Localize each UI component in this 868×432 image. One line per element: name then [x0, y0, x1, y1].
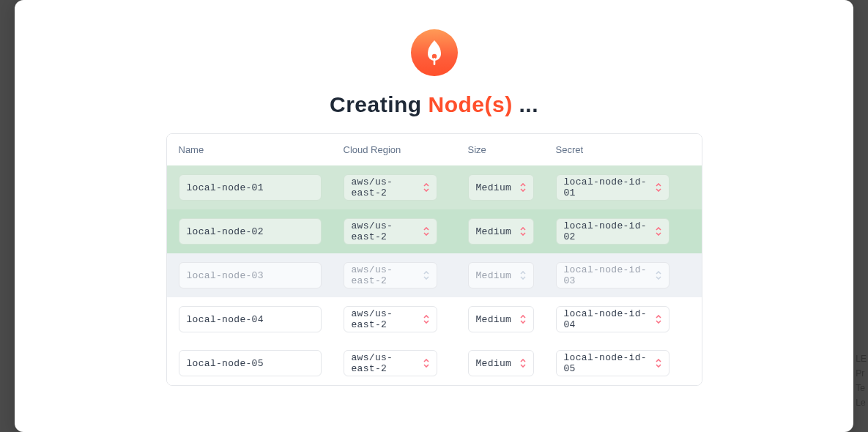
cloud-region-value: aws/us-east-2 [352, 220, 419, 242]
node-name-input[interactable]: local-node-03 [179, 262, 322, 288]
node-name-input[interactable]: local-node-01 [179, 174, 322, 201]
select-chevrons-icon [520, 183, 526, 192]
table-row: local-node-02aws/us-east-2Mediumlocal-no… [167, 209, 702, 253]
select-chevrons-icon [423, 183, 429, 192]
heading-prefix: Creating [330, 92, 429, 116]
cloud-region-value: aws/us-east-2 [352, 308, 419, 330]
select-chevrons-icon [656, 315, 661, 324]
cloud-region-select[interactable]: aws/us-east-2 [344, 306, 437, 332]
select-chevrons-icon [656, 227, 661, 236]
select-chevrons-icon [656, 359, 661, 368]
heading-accent: Node(s) [429, 92, 513, 116]
background-page-text: LE Pr Te Le [856, 351, 868, 410]
cloud-region-select[interactable]: aws/us-east-2 [344, 262, 437, 288]
size-value: Medium [476, 182, 512, 193]
size-value: Medium [476, 314, 512, 325]
cloud-region-value: aws/us-east-2 [352, 352, 419, 374]
secret-select[interactable]: local-node-id-03 [556, 262, 669, 288]
size-select[interactable]: Medium [468, 218, 534, 245]
modal-heading: Creating Node(s) ... [330, 92, 538, 117]
cloud-region-select[interactable]: aws/us-east-2 [344, 174, 437, 201]
node-name-input[interactable]: local-node-04 [179, 306, 322, 332]
select-chevrons-icon [423, 271, 429, 280]
select-chevrons-icon [423, 227, 429, 236]
cloud-region-select[interactable]: aws/us-east-2 [344, 218, 437, 245]
select-chevrons-icon [520, 315, 526, 324]
table-row: local-node-04aws/us-east-2Mediumlocal-no… [167, 297, 702, 341]
nodes-table: Name Cloud Region Size Secret local-node… [166, 133, 702, 386]
cloud-region-select[interactable]: aws/us-east-2 [344, 350, 437, 376]
node-name-input[interactable]: local-node-02 [179, 218, 322, 245]
table-body: local-node-01aws/us-east-2Mediumlocal-no… [167, 165, 702, 385]
size-select[interactable]: Medium [468, 174, 534, 201]
secret-select[interactable]: local-node-id-01 [556, 174, 669, 201]
size-value: Medium [476, 270, 512, 281]
secret-select[interactable]: local-node-id-02 [556, 218, 669, 245]
cloud-region-value: aws/us-east-2 [352, 264, 419, 286]
svg-rect-1 [433, 58, 435, 65]
secret-select[interactable]: local-node-id-04 [556, 306, 669, 332]
select-chevrons-icon [520, 359, 526, 368]
secret-value: local-node-id-05 [564, 352, 651, 374]
create-nodes-modal: Creating Node(s) ... Name Cloud Region S… [15, 0, 853, 432]
column-header-secret: Secret [553, 144, 689, 155]
table-row: local-node-03aws/us-east-2Mediumlocal-no… [167, 253, 702, 297]
node-name-value: local-node-05 [187, 358, 264, 369]
select-chevrons-icon [423, 315, 429, 324]
select-chevrons-icon [423, 359, 429, 368]
size-value: Medium [476, 358, 512, 369]
table-header: Name Cloud Region Size Secret [167, 134, 702, 165]
secret-value: local-node-id-01 [564, 176, 651, 198]
node-name-value: local-node-01 [187, 182, 264, 193]
heading-suffix: ... [513, 92, 538, 116]
node-name-value: local-node-03 [187, 270, 264, 281]
table-row: local-node-01aws/us-east-2Mediumlocal-no… [167, 165, 702, 209]
size-select[interactable]: Medium [468, 262, 534, 288]
app-logo [411, 29, 458, 76]
column-header-region: Cloud Region [341, 144, 465, 155]
table-row: local-node-05aws/us-east-2Mediumlocal-no… [167, 341, 702, 385]
secret-value: local-node-id-03 [564, 264, 651, 286]
node-name-value: local-node-04 [187, 314, 264, 325]
select-chevrons-icon [520, 227, 526, 236]
select-chevrons-icon [656, 271, 661, 280]
select-chevrons-icon [520, 271, 526, 280]
select-chevrons-icon [656, 183, 661, 192]
secret-select[interactable]: local-node-id-05 [556, 350, 669, 376]
size-select[interactable]: Medium [468, 350, 534, 376]
column-header-name: Name [176, 144, 341, 155]
size-value: Medium [476, 226, 512, 237]
node-name-value: local-node-02 [187, 226, 264, 237]
secret-value: local-node-id-02 [564, 220, 651, 242]
column-header-size: Size [465, 144, 553, 155]
node-name-input[interactable]: local-node-05 [179, 350, 322, 376]
secret-value: local-node-id-04 [564, 308, 651, 330]
size-select[interactable]: Medium [468, 306, 534, 332]
cloud-region-value: aws/us-east-2 [352, 176, 419, 198]
